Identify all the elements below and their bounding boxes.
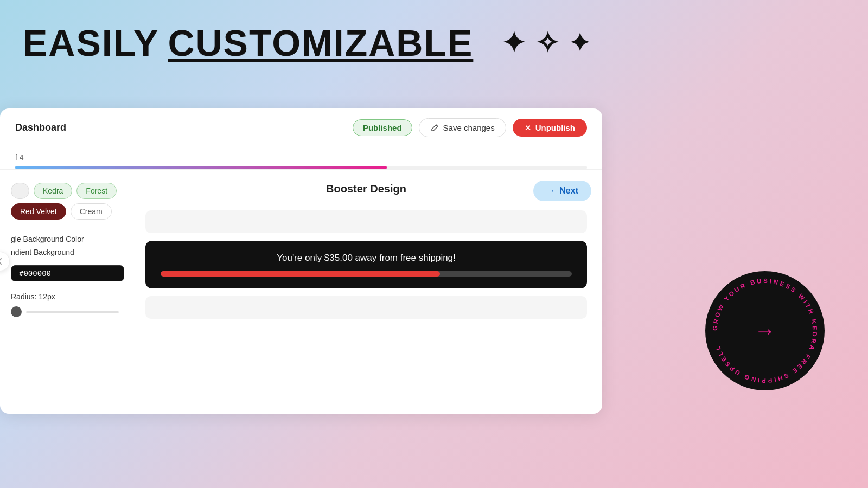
unpublish-label: Unpublish xyxy=(535,123,575,132)
svg-text:GROW YOUR BUSINESS WITH KEDRA : GROW YOUR BUSINESS WITH KEDRA FREE SHIPP… xyxy=(712,278,818,384)
page-header: EASILY CUSTOMIZABLE ✦ ✧ ✦ xyxy=(23,22,591,64)
theme-tab-redvelvet[interactable]: Red Velvet xyxy=(11,203,66,220)
top-bar-actions: Published Save changes ✕ Unpublish xyxy=(353,118,587,137)
theme-tab-forest[interactable]: Forest xyxy=(76,183,117,199)
color-input[interactable] xyxy=(11,265,124,281)
star-icon-1: ✦ xyxy=(502,27,527,59)
arrow-right-icon: → xyxy=(546,186,555,196)
header-title-plain: EASILY xyxy=(23,22,159,64)
shipping-text: You're only $35.00 away from free shippi… xyxy=(161,253,572,264)
edit-icon xyxy=(430,124,439,132)
theme-tab-cream[interactable]: Cream xyxy=(71,203,112,220)
slider-thumb[interactable] xyxy=(11,306,22,317)
shipping-banner: You're only $35.00 away from free shippi… xyxy=(145,241,587,288)
header-title-underline: CUSTOMIZABLE xyxy=(168,22,473,64)
shipping-progress-fill xyxy=(161,271,440,277)
slider-track xyxy=(26,311,119,313)
content-area: Kedra Forest Red Velvet Cream gle Backgr… xyxy=(0,170,602,414)
radius-label: Radius: 12px xyxy=(11,292,119,301)
theme-tabs: Kedra Forest Red Velvet Cream xyxy=(11,183,119,220)
main-content: Booster Design → Next You're only $35.00… xyxy=(130,170,602,414)
theme-tab-basic[interactable] xyxy=(11,183,29,199)
save-changes-button[interactable]: Save changes xyxy=(419,118,506,137)
section-title: Booster Design xyxy=(145,183,587,195)
unpublish-button[interactable]: ✕ Unpublish xyxy=(513,119,587,137)
radius-slider[interactable] xyxy=(11,306,119,317)
progress-bar xyxy=(15,166,587,169)
preview-top-bar xyxy=(145,210,587,233)
left-sidebar: Kedra Forest Red Velvet Cream gle Backgr… xyxy=(0,170,130,414)
progress-area: f 4 xyxy=(0,147,602,170)
circular-badge-inner: → GROW YOUR BUSINESS WITH KEDRA FREE SHI… xyxy=(705,271,825,390)
chevron-left-icon xyxy=(0,258,4,265)
star-icon-2: ✧ xyxy=(535,27,560,59)
top-bar: Dashboard Published Save changes ✕ Unpub… xyxy=(0,108,602,147)
progress-bar-fill xyxy=(15,166,387,169)
next-button[interactable]: → Next xyxy=(533,181,591,201)
bg-color-label: gle Background Color xyxy=(11,235,119,243)
theme-tab-kedra[interactable]: Kedra xyxy=(34,183,72,199)
circular-text-svg: GROW YOUR BUSINESS WITH KEDRA FREE SHIPP… xyxy=(705,271,825,390)
next-label: Next xyxy=(559,186,578,196)
save-changes-label: Save changes xyxy=(443,123,495,132)
preview-bottom-bar xyxy=(145,296,587,319)
circular-badge[interactable]: → GROW YOUR BUSINESS WITH KEDRA FREE SHI… xyxy=(705,271,825,390)
published-badge: Published xyxy=(353,119,412,136)
step-label: f 4 xyxy=(15,153,587,162)
main-panel: Dashboard Published Save changes ✕ Unpub… xyxy=(0,108,602,414)
unpublish-x-icon: ✕ xyxy=(525,124,531,132)
gradient-label: ndient Background xyxy=(11,248,119,256)
star-icon-3: ✦ xyxy=(569,28,591,57)
dashboard-label: Dashboard xyxy=(15,122,66,133)
shipping-progress-bar xyxy=(161,271,572,277)
